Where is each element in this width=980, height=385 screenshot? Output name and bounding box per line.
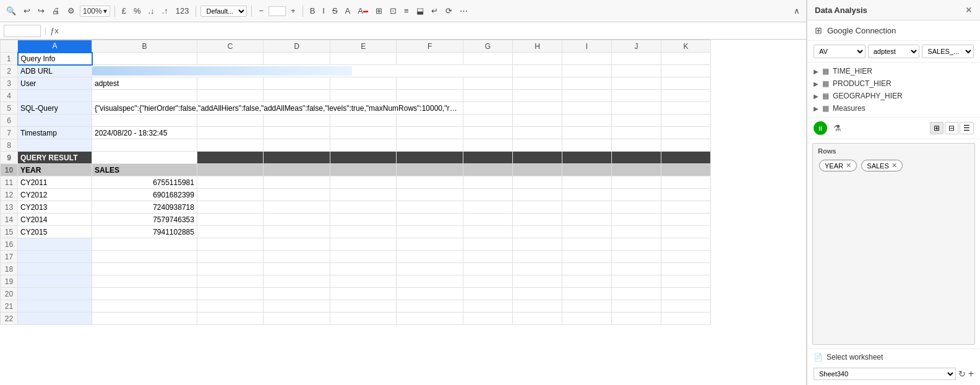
cell-j12[interactable] bbox=[612, 189, 661, 201]
cell-d15[interactable] bbox=[264, 226, 330, 238]
cell-f10[interactable] bbox=[397, 164, 463, 176]
cell-d9[interactable] bbox=[264, 152, 330, 164]
cell-i13[interactable] bbox=[562, 201, 612, 214]
cell-i5[interactable] bbox=[562, 102, 612, 115]
cell-j11[interactable] bbox=[612, 176, 661, 189]
currency-btn[interactable]: £ bbox=[119, 5, 129, 17]
cell-k13[interactable] bbox=[661, 201, 711, 214]
font-size-increase[interactable]: + bbox=[288, 5, 298, 17]
bold-btn[interactable]: B bbox=[307, 5, 318, 17]
dropdown-av[interactable]: AV bbox=[814, 45, 866, 58]
view-columns-button[interactable]: ⊟ bbox=[945, 122, 958, 134]
cell-h1[interactable] bbox=[513, 53, 562, 65]
cell-i11[interactable] bbox=[562, 176, 612, 189]
cell-f3[interactable] bbox=[397, 77, 463, 90]
cell-c12[interactable] bbox=[197, 189, 264, 201]
cell-g11[interactable] bbox=[463, 176, 513, 189]
cell-d14[interactable] bbox=[264, 214, 330, 226]
cell-j8[interactable] bbox=[612, 139, 661, 152]
cell-j4[interactable] bbox=[612, 90, 661, 102]
cell-g12[interactable] bbox=[463, 189, 513, 201]
cell-h6[interactable] bbox=[513, 115, 562, 127]
cell-b15[interactable]: 7941102885 bbox=[92, 226, 197, 238]
cell-g4[interactable] bbox=[463, 90, 513, 102]
dropdown-adptest[interactable]: adptest bbox=[868, 45, 920, 58]
font-select[interactable]: Default... bbox=[200, 6, 247, 17]
dropdown-sales[interactable]: SALES_... bbox=[922, 45, 974, 58]
cell-b11[interactable]: 6755115981 bbox=[92, 176, 197, 189]
font-size-input[interactable]: 10 bbox=[269, 6, 286, 16]
cell-i2[interactable] bbox=[562, 65, 612, 77]
cell-h2[interactable] bbox=[513, 65, 562, 77]
print-btn[interactable]: 🖨 bbox=[49, 5, 62, 17]
cell-c10[interactable] bbox=[197, 164, 264, 176]
cell-a12[interactable]: CY2012 bbox=[18, 189, 92, 201]
cell-c4[interactable] bbox=[197, 90, 264, 102]
cell-h12[interactable] bbox=[513, 189, 562, 201]
cell-k11[interactable] bbox=[661, 176, 711, 189]
cell-h10[interactable] bbox=[513, 164, 562, 176]
cell-a11[interactable]: CY2011 bbox=[18, 176, 92, 189]
cell-k6[interactable] bbox=[661, 115, 711, 127]
cell-j15[interactable] bbox=[612, 226, 661, 238]
cell-h3[interactable] bbox=[513, 77, 562, 90]
cell-a6[interactable] bbox=[18, 115, 92, 127]
cell-k4[interactable] bbox=[661, 90, 711, 102]
cell-c3[interactable] bbox=[197, 77, 264, 90]
increase-decimal-btn[interactable]: .↑ bbox=[160, 5, 171, 17]
cell-b14[interactable]: 7579746353 bbox=[92, 214, 197, 226]
cell-b3[interactable]: adptest bbox=[92, 77, 197, 90]
cell-j6[interactable] bbox=[612, 115, 661, 127]
cell-e7[interactable] bbox=[330, 127, 397, 139]
cell-h14[interactable] bbox=[513, 214, 562, 226]
cell-d6[interactable] bbox=[264, 115, 330, 127]
cell-b4[interactable] bbox=[92, 90, 197, 102]
cell-j1[interactable] bbox=[612, 53, 661, 65]
cell-i10[interactable] bbox=[562, 164, 612, 176]
cell-k15[interactable] bbox=[661, 226, 711, 238]
cell-reference[interactable]: A1 bbox=[4, 25, 41, 37]
cell-c8[interactable] bbox=[197, 139, 264, 152]
font-size-decrease[interactable]: − bbox=[256, 5, 266, 17]
cell-h15[interactable] bbox=[513, 226, 562, 238]
undo-btn[interactable]: ↩ bbox=[21, 5, 33, 17]
cell-i7[interactable] bbox=[562, 127, 612, 139]
cell-c7[interactable] bbox=[197, 127, 264, 139]
cell-i15[interactable] bbox=[562, 226, 612, 238]
cell-f11[interactable] bbox=[397, 176, 463, 189]
cell-h7[interactable] bbox=[513, 127, 562, 139]
cell-d12[interactable] bbox=[264, 189, 330, 201]
cell-j13[interactable] bbox=[612, 201, 661, 214]
cell-e11[interactable] bbox=[330, 176, 397, 189]
cell-j9[interactable] bbox=[612, 152, 661, 164]
cell-g6[interactable] bbox=[463, 115, 513, 127]
cell-j10[interactable] bbox=[612, 164, 661, 176]
cell-c15[interactable] bbox=[197, 226, 264, 238]
cell-f8[interactable] bbox=[397, 139, 463, 152]
cell-d13[interactable] bbox=[264, 201, 330, 214]
cell-c6[interactable] bbox=[197, 115, 264, 127]
cell-j2[interactable] bbox=[612, 65, 661, 77]
cell-k2[interactable] bbox=[661, 65, 711, 77]
cell-c11[interactable] bbox=[197, 176, 264, 189]
view-grid-button[interactable]: ⊞ bbox=[930, 122, 943, 134]
cell-k3[interactable] bbox=[661, 77, 711, 90]
col-header-a[interactable]: A bbox=[18, 40, 92, 53]
cell-a10[interactable]: YEAR bbox=[18, 164, 92, 176]
cell-j3[interactable] bbox=[612, 77, 661, 90]
cell-k9[interactable] bbox=[661, 152, 711, 164]
cell-e4[interactable] bbox=[330, 90, 397, 102]
cell-g14[interactable] bbox=[463, 214, 513, 226]
tree-item-product-hier[interactable]: ▶ ▦ PRODUCT_HIER bbox=[807, 77, 980, 90]
cell-a1[interactable]: Query Info bbox=[18, 53, 92, 65]
cell-d8[interactable] bbox=[264, 139, 330, 152]
cell-h13[interactable] bbox=[513, 201, 562, 214]
cell-i6[interactable] bbox=[562, 115, 612, 127]
cell-g13[interactable] bbox=[463, 201, 513, 214]
cell-a7[interactable]: Timestamp bbox=[18, 127, 92, 139]
cell-i4[interactable] bbox=[562, 90, 612, 102]
italic-btn[interactable]: I bbox=[320, 5, 327, 17]
cell-h5[interactable] bbox=[513, 102, 562, 115]
cell-a9[interactable]: QUERY RESULT bbox=[18, 152, 92, 164]
cell-g10[interactable] bbox=[463, 164, 513, 176]
